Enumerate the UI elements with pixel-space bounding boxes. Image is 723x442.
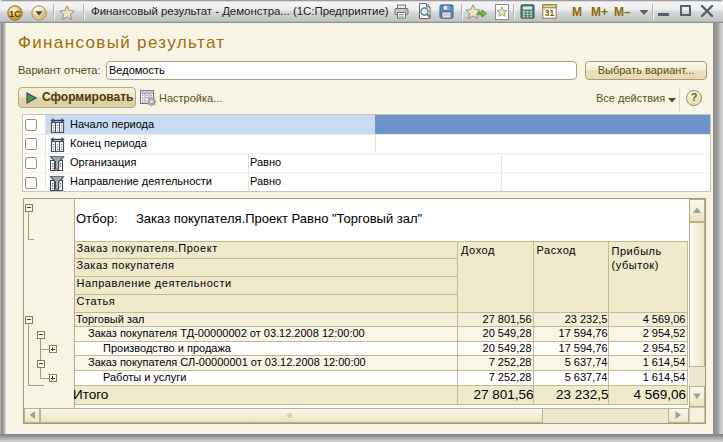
svg-text:31: 31 xyxy=(545,8,555,18)
svg-text:1С: 1С xyxy=(9,9,21,19)
